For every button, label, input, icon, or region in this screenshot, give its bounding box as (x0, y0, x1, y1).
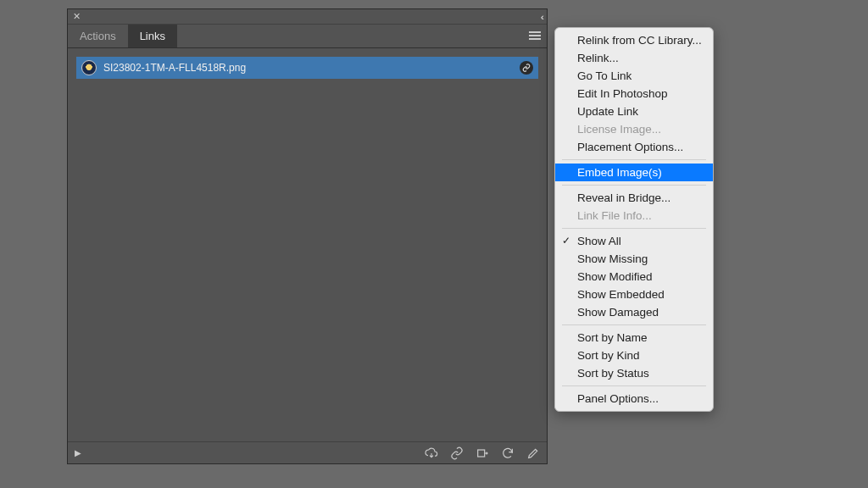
relink-icon[interactable] (450, 446, 464, 460)
tab-links[interactable]: Links (128, 25, 177, 47)
menu-item-sort-by-kind[interactable]: Sort by Kind (555, 347, 713, 364)
tab-actions[interactable]: Actions (68, 25, 128, 47)
panel-body: SI23802-1TM-A-FLL4518R.png (68, 48, 547, 441)
expand-triangle-icon[interactable]: ▶ (75, 448, 81, 458)
update-link-icon[interactable] (501, 446, 515, 460)
link-thumbnail (81, 60, 97, 75)
link-status-icon (520, 61, 533, 75)
menu-item-embed-image-s[interactable]: Embed Image(s) (555, 164, 713, 181)
menu-item-relink-from-cc-library[interactable]: Relink from CC Library... (555, 31, 713, 49)
menu-item-show-all[interactable]: Show All (555, 232, 713, 250)
menu-item-link-file-info: Link File Info... (555, 207, 713, 225)
menu-separator (562, 228, 706, 229)
menu-separator (562, 324, 706, 325)
menu-item-placement-options[interactable]: Placement Options... (555, 138, 713, 156)
tabs-row: ActionsLinks (68, 25, 547, 48)
menu-item-edit-in-photoshop[interactable]: Edit In Photoshop (555, 85, 713, 103)
menu-item-panel-options[interactable]: Panel Options... (555, 390, 713, 408)
links-flyout-menu: Relink from CC Library...Relink...Go To … (554, 27, 714, 412)
footer-icons (425, 446, 540, 460)
goto-link-icon[interactable] (476, 446, 489, 460)
menu-item-sort-by-status[interactable]: Sort by Status (555, 364, 713, 382)
menu-separator (562, 185, 706, 186)
menu-separator (562, 159, 706, 160)
menu-item-show-damaged[interactable]: Show Damaged (555, 303, 713, 321)
collapse-icon[interactable]: ‹‹ (541, 12, 542, 22)
links-panel: ✕ ‹‹ ActionsLinks SI23802-1TM-A-FLL4518R… (67, 8, 548, 464)
menu-item-reveal-in-bridge[interactable]: Reveal in Bridge... (555, 189, 713, 207)
panel-header: ✕ ‹‹ (68, 9, 547, 25)
close-icon[interactable]: ✕ (73, 11, 81, 22)
menu-item-sort-by-name[interactable]: Sort by Name (555, 329, 713, 347)
link-filename: SI23802-1TM-A-FLL4518R.png (103, 62, 513, 74)
menu-item-relink[interactable]: Relink... (555, 49, 713, 67)
menu-item-show-missing[interactable]: Show Missing (555, 250, 713, 268)
menu-item-license-image: License Image... (555, 120, 713, 138)
menu-item-show-modified[interactable]: Show Modified (555, 268, 713, 286)
flyout-menu-icon[interactable] (526, 28, 543, 43)
panel-footer: ▶ (68, 441, 547, 463)
menu-separator (562, 385, 706, 386)
menu-item-show-embedded[interactable]: Show Embedded (555, 286, 713, 303)
menu-item-go-to-link[interactable]: Go To Link (555, 67, 713, 85)
link-row[interactable]: SI23802-1TM-A-FLL4518R.png (76, 57, 538, 79)
svg-rect-0 (478, 450, 485, 457)
menu-item-update-link[interactable]: Update Link (555, 103, 713, 120)
relink-cc-icon[interactable] (425, 446, 438, 460)
edit-original-icon[interactable] (526, 446, 540, 460)
